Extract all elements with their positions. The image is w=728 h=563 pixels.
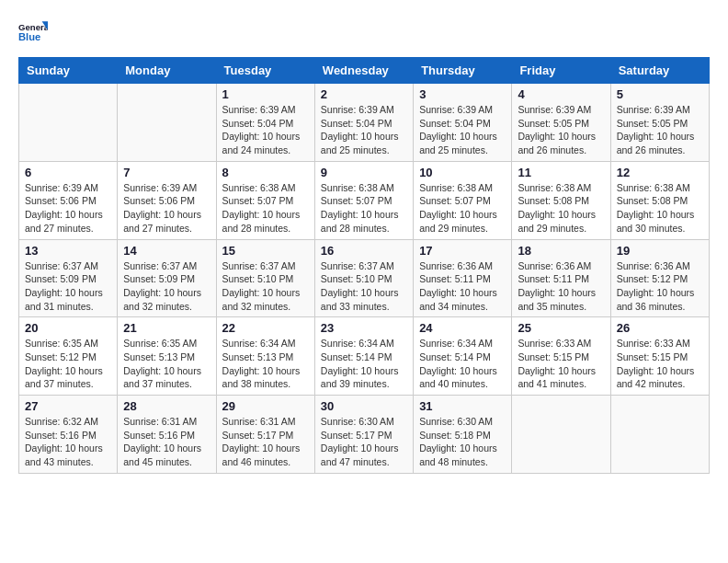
weekday-header-monday: Monday [118, 58, 216, 84]
day-number-30: 30 [321, 399, 407, 413]
day-info-3: Sunrise: 6:39 AM Sunset: 5:04 PM Dayligh… [419, 103, 506, 157]
week-row-2: 6Sunrise: 6:39 AM Sunset: 5:06 PM Daylig… [19, 161, 710, 239]
day-cell-16: 16Sunrise: 6:37 AM Sunset: 5:10 PM Dayli… [314, 239, 413, 317]
day-number-4: 4 [518, 87, 604, 101]
empty-cell [19, 84, 118, 162]
day-info-31: Sunrise: 6:30 AM Sunset: 5:18 PM Dayligh… [419, 415, 506, 469]
day-cell-6: 6Sunrise: 6:39 AM Sunset: 5:06 PM Daylig… [19, 161, 118, 239]
day-cell-23: 23Sunrise: 6:34 AM Sunset: 5:14 PM Dayli… [314, 317, 413, 396]
day-number-8: 8 [222, 166, 309, 179]
day-info-9: Sunrise: 6:38 AM Sunset: 5:07 PM Dayligh… [321, 181, 407, 236]
day-number-3: 3 [419, 87, 506, 101]
day-cell-25: 25Sunrise: 6:33 AM Sunset: 5:15 PM Dayli… [512, 317, 610, 396]
weekday-header-sunday: Sunday [19, 58, 118, 84]
day-info-15: Sunrise: 6:37 AM Sunset: 5:10 PM Dayligh… [222, 259, 309, 314]
day-cell-26: 26Sunrise: 6:33 AM Sunset: 5:15 PM Dayli… [610, 317, 709, 396]
day-cell-29: 29Sunrise: 6:31 AM Sunset: 5:17 PM Dayli… [216, 396, 314, 474]
day-info-7: Sunrise: 6:39 AM Sunset: 5:06 PM Dayligh… [123, 181, 210, 236]
day-cell-11: 11Sunrise: 6:38 AM Sunset: 5:08 PM Dayli… [512, 161, 610, 239]
day-number-22: 22 [222, 321, 309, 335]
day-info-24: Sunrise: 6:34 AM Sunset: 5:14 PM Dayligh… [419, 337, 506, 391]
logo: GeneralBlue [18, 18, 48, 48]
day-info-11: Sunrise: 6:38 AM Sunset: 5:08 PM Dayligh… [518, 181, 604, 236]
week-row-5: 27Sunrise: 6:32 AM Sunset: 5:16 PM Dayli… [19, 396, 710, 474]
day-info-10: Sunrise: 6:38 AM Sunset: 5:07 PM Dayligh… [419, 181, 506, 236]
day-cell-19: 19Sunrise: 6:36 AM Sunset: 5:12 PM Dayli… [610, 239, 709, 317]
day-number-19: 19 [617, 244, 703, 258]
day-number-26: 26 [617, 321, 703, 335]
day-cell-15: 15Sunrise: 6:37 AM Sunset: 5:10 PM Dayli… [216, 239, 314, 317]
day-number-5: 5 [617, 87, 703, 101]
day-info-16: Sunrise: 6:37 AM Sunset: 5:10 PM Dayligh… [321, 259, 407, 314]
day-cell-5: 5Sunrise: 6:39 AM Sunset: 5:05 PM Daylig… [610, 84, 709, 162]
day-info-27: Sunrise: 6:32 AM Sunset: 5:16 PM Dayligh… [25, 415, 111, 469]
day-number-16: 16 [321, 244, 407, 258]
page-header: GeneralBlue [18, 18, 710, 48]
empty-cell [610, 396, 709, 474]
day-info-22: Sunrise: 6:34 AM Sunset: 5:13 PM Dayligh… [222, 337, 309, 391]
day-cell-30: 30Sunrise: 6:30 AM Sunset: 5:17 PM Dayli… [314, 396, 413, 474]
day-info-26: Sunrise: 6:33 AM Sunset: 5:15 PM Dayligh… [617, 337, 703, 391]
weekday-header-wednesday: Wednesday [314, 58, 413, 84]
day-number-29: 29 [222, 399, 309, 413]
svg-text:Blue: Blue [18, 31, 40, 42]
day-info-8: Sunrise: 6:38 AM Sunset: 5:07 PM Dayligh… [222, 181, 309, 236]
day-number-25: 25 [518, 321, 604, 335]
day-number-18: 18 [518, 244, 604, 258]
logo-icon: GeneralBlue [18, 18, 48, 48]
day-cell-14: 14Sunrise: 6:37 AM Sunset: 5:09 PM Dayli… [118, 239, 216, 317]
day-info-13: Sunrise: 6:37 AM Sunset: 5:09 PM Dayligh… [25, 259, 111, 314]
day-cell-21: 21Sunrise: 6:35 AM Sunset: 5:13 PM Dayli… [118, 317, 216, 396]
day-number-31: 31 [419, 399, 506, 413]
day-number-14: 14 [123, 244, 210, 258]
day-number-1: 1 [222, 87, 309, 101]
day-info-21: Sunrise: 6:35 AM Sunset: 5:13 PM Dayligh… [123, 337, 210, 391]
day-cell-3: 3Sunrise: 6:39 AM Sunset: 5:04 PM Daylig… [414, 84, 512, 162]
day-info-1: Sunrise: 6:39 AM Sunset: 5:04 PM Dayligh… [222, 103, 309, 157]
day-number-6: 6 [25, 166, 111, 179]
day-cell-7: 7Sunrise: 6:39 AM Sunset: 5:06 PM Daylig… [118, 161, 216, 239]
day-info-2: Sunrise: 6:39 AM Sunset: 5:04 PM Dayligh… [321, 103, 407, 157]
day-number-9: 9 [321, 166, 407, 179]
day-info-14: Sunrise: 6:37 AM Sunset: 5:09 PM Dayligh… [123, 259, 210, 314]
week-row-3: 13Sunrise: 6:37 AM Sunset: 5:09 PM Dayli… [19, 239, 710, 317]
day-info-6: Sunrise: 6:39 AM Sunset: 5:06 PM Dayligh… [25, 181, 111, 236]
day-number-15: 15 [222, 244, 309, 258]
week-row-1: 1Sunrise: 6:39 AM Sunset: 5:04 PM Daylig… [19, 84, 710, 162]
day-info-28: Sunrise: 6:31 AM Sunset: 5:16 PM Dayligh… [123, 415, 210, 469]
day-number-10: 10 [419, 166, 506, 179]
day-cell-24: 24Sunrise: 6:34 AM Sunset: 5:14 PM Dayli… [414, 317, 512, 396]
weekday-header-tuesday: Tuesday [216, 58, 314, 84]
day-cell-9: 9Sunrise: 6:38 AM Sunset: 5:07 PM Daylig… [314, 161, 413, 239]
day-number-11: 11 [518, 166, 604, 179]
day-number-28: 28 [123, 399, 210, 413]
day-number-21: 21 [123, 321, 210, 335]
day-info-12: Sunrise: 6:38 AM Sunset: 5:08 PM Dayligh… [617, 181, 703, 236]
week-row-4: 20Sunrise: 6:35 AM Sunset: 5:12 PM Dayli… [19, 317, 710, 396]
day-info-19: Sunrise: 6:36 AM Sunset: 5:12 PM Dayligh… [617, 259, 703, 314]
empty-cell [512, 396, 610, 474]
day-cell-1: 1Sunrise: 6:39 AM Sunset: 5:04 PM Daylig… [216, 84, 314, 162]
day-cell-27: 27Sunrise: 6:32 AM Sunset: 5:16 PM Dayli… [19, 396, 118, 474]
calendar-table: SundayMondayTuesdayWednesdayThursdayFrid… [18, 57, 710, 474]
day-number-24: 24 [419, 321, 506, 335]
day-info-30: Sunrise: 6:30 AM Sunset: 5:17 PM Dayligh… [321, 415, 407, 469]
day-info-25: Sunrise: 6:33 AM Sunset: 5:15 PM Dayligh… [518, 337, 604, 391]
day-info-4: Sunrise: 6:39 AM Sunset: 5:05 PM Dayligh… [518, 103, 604, 157]
day-cell-13: 13Sunrise: 6:37 AM Sunset: 5:09 PM Dayli… [19, 239, 118, 317]
day-cell-18: 18Sunrise: 6:36 AM Sunset: 5:11 PM Dayli… [512, 239, 610, 317]
day-cell-2: 2Sunrise: 6:39 AM Sunset: 5:04 PM Daylig… [314, 84, 413, 162]
day-cell-20: 20Sunrise: 6:35 AM Sunset: 5:12 PM Dayli… [19, 317, 118, 396]
day-info-23: Sunrise: 6:34 AM Sunset: 5:14 PM Dayligh… [321, 337, 407, 391]
weekday-header-thursday: Thursday [414, 58, 512, 84]
day-info-18: Sunrise: 6:36 AM Sunset: 5:11 PM Dayligh… [518, 259, 604, 314]
day-cell-28: 28Sunrise: 6:31 AM Sunset: 5:16 PM Dayli… [118, 396, 216, 474]
weekday-header-row: SundayMondayTuesdayWednesdayThursdayFrid… [19, 58, 710, 84]
day-number-12: 12 [617, 166, 703, 179]
day-cell-12: 12Sunrise: 6:38 AM Sunset: 5:08 PM Dayli… [610, 161, 709, 239]
day-cell-8: 8Sunrise: 6:38 AM Sunset: 5:07 PM Daylig… [216, 161, 314, 239]
weekday-header-friday: Friday [512, 58, 610, 84]
day-number-7: 7 [123, 166, 210, 179]
day-info-17: Sunrise: 6:36 AM Sunset: 5:11 PM Dayligh… [419, 259, 506, 314]
day-info-29: Sunrise: 6:31 AM Sunset: 5:17 PM Dayligh… [222, 415, 309, 469]
